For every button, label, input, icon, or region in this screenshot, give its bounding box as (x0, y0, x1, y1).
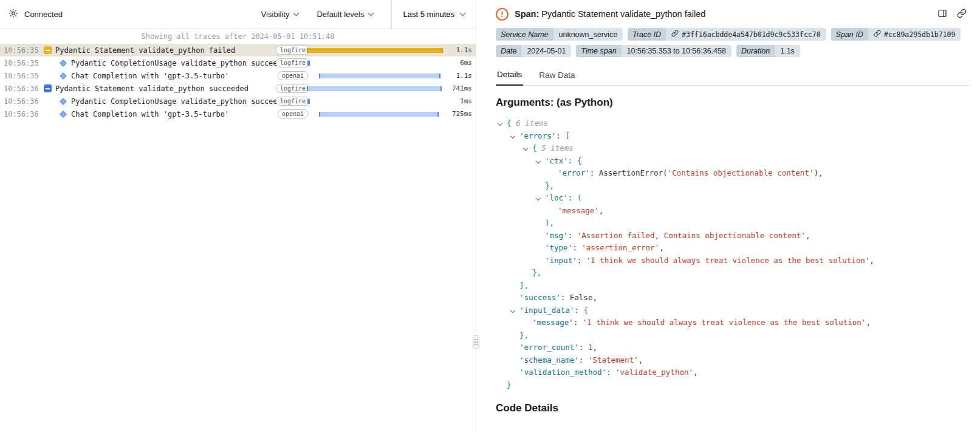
attribute-chip: Date2024-05-01 (496, 45, 571, 57)
collapse-chevron-icon[interactable] (524, 146, 531, 153)
trace-row[interactable]: 10:56:36Chat Completion with 'gpt-3.5-tu… (0, 108, 476, 120)
connection-status: Connected (24, 10, 63, 19)
trace-duration: 741ms (452, 84, 472, 92)
trace-toolbar: Connected Visibility Default levels Last… (0, 0, 476, 29)
chevron-down-icon (368, 10, 374, 16)
trace-label: Pydantic CompletionUsage validate_python… (71, 59, 279, 67)
timeline-track (307, 72, 443, 80)
scope-badge: openai (278, 71, 308, 80)
trace-label: Pydantic Statement validate_python faile… (55, 46, 235, 55)
arguments-heading: Arguments: (as Python) (496, 97, 970, 109)
code-line: { 5 items (496, 142, 970, 155)
code-line: }, (496, 329, 970, 342)
visibility-label: Visibility (261, 10, 290, 19)
chip-value: 2024-05-01 (521, 45, 571, 57)
grip-icon (475, 339, 478, 345)
timeline-bar (319, 74, 440, 78)
timeline-track (307, 60, 443, 67)
timeline-track (307, 111, 443, 118)
code-line: 'input': 'I think we should always treat… (496, 255, 970, 267)
chips-row-2: Date2024-05-01Time span10:56:35.353 to 1… (496, 45, 970, 57)
code-line: 'schema_name': 'Statement', (496, 354, 970, 367)
attribute-chip: Span ID#cc89a295db1b7109 (831, 28, 961, 41)
settings-button[interactable] (9, 9, 18, 20)
trace-timestamp: 10:56:35 (4, 72, 40, 80)
timeline-track (307, 47, 443, 54)
trace-row[interactable]: 10:56:35Pydantic CompletionUsage validat… (0, 57, 476, 69)
code-line: 'error': AssertionError('Contains object… (496, 167, 970, 180)
code-line: }, (496, 267, 970, 279)
copy-link-button[interactable] (957, 9, 967, 20)
chip-value: 10:56:35.353 to 10:56:36.458 (622, 45, 732, 57)
timeline-track (307, 98, 443, 105)
panel-layout-icon (937, 9, 947, 20)
trace-label: Chat Completion with 'gpt-3.5-turbo' (71, 110, 229, 118)
code-line: 'errors': [ (496, 130, 970, 143)
chip-label: Service Name (496, 28, 553, 41)
timeline-bar (307, 86, 442, 91)
code-line: 'validation_method': 'validate_python', (496, 366, 970, 379)
scope-badge: openai (278, 109, 308, 118)
link-icon (957, 9, 967, 20)
span-detail-panel: ! Span:Pydantic Statement validate_pytho… (486, 0, 980, 432)
collapse-chevron-icon[interactable] (511, 309, 518, 315)
trace-timestamp: 10:56:36 (4, 97, 40, 106)
code-block: { 6 items'errors': [{ 5 items'ctx': {'er… (496, 117, 970, 391)
collapse-chevron-icon[interactable] (536, 196, 544, 202)
span-diamond-icon (60, 60, 66, 66)
tab-details[interactable]: Details (496, 64, 523, 86)
timeline-bar (307, 48, 443, 53)
traces-banner: Showing all traces after 2024-05-01 10:5… (0, 29, 476, 44)
trace-duration: 725ms (452, 110, 472, 118)
code-line: 'msg': 'Assertion failed, Contains objec… (496, 230, 970, 242)
app-window: Connected Visibility Default levels Last… (0, 0, 980, 432)
trace-row[interactable]: 10:56:35Chat Completion with 'gpt-3.5-tu… (0, 69, 476, 82)
trace-row[interactable]: 10:56:36Pydantic Statement validate_pyth… (0, 82, 476, 95)
trace-duration: 6ms (460, 59, 472, 67)
panel-layout-button[interactable] (937, 9, 947, 20)
panel-divider (476, 0, 486, 432)
span-kind-label: Span: (515, 9, 539, 19)
scope-badge: logfire (276, 97, 310, 106)
timeline-bar (319, 112, 439, 117)
chevron-down-icon (460, 10, 466, 16)
code-line: 'success': False, (496, 292, 970, 304)
attribute-chip: Trace ID#3ff16acbdde4a547b01d9c9c533fcc7… (628, 28, 826, 41)
span-title-text: Pydantic Statement validate_python faile… (541, 9, 705, 19)
chip-value: unknown_service (553, 28, 623, 41)
default-levels-label: Default levels (317, 10, 364, 19)
trace-duration: 1.1s (456, 72, 473, 80)
trace-row[interactable]: 10:56:36Pydantic CompletionUsage validat… (0, 95, 476, 108)
chip-value: 1.1s (775, 45, 800, 57)
warning-circle-icon: ! (496, 8, 509, 21)
time-range-label: Last 5 minutes (403, 10, 454, 19)
collapse-chevron-icon[interactable] (498, 122, 505, 128)
visibility-dropdown[interactable]: Visibility (261, 10, 299, 19)
code-line: 'message', (496, 205, 970, 218)
trace-explorer-panel: Connected Visibility Default levels Last… (0, 0, 476, 432)
trace-row[interactable]: 10:56:35Pydantic Statement validate_pyth… (0, 44, 476, 57)
link-icon (874, 30, 881, 39)
span-detail-header: ! Span:Pydantic Statement validate_pytho… (496, 0, 970, 28)
tab-raw-data[interactable]: Raw Data (538, 64, 576, 85)
time-range-dropdown[interactable]: Last 5 minutes (391, 0, 476, 29)
trace-timestamp: 10:56:36 (4, 110, 40, 118)
chip-value: #cc89a295db1b7109 (868, 28, 961, 41)
timeline-track (307, 85, 443, 92)
code-details-heading: Code Details (496, 402, 970, 414)
span-diamond-icon (60, 111, 66, 117)
warning-level-icon (44, 46, 52, 54)
chip-value: #3ff16acbdde4a547b01d9c9c533fcc70 (666, 28, 826, 41)
collapse-chevron-icon[interactable] (536, 159, 544, 165)
default-levels-dropdown[interactable]: Default levels (317, 10, 373, 19)
trace-timestamp: 10:56:35 (4, 59, 40, 67)
info-level-icon (44, 84, 52, 92)
span-diamond-icon (60, 72, 66, 79)
chip-label: Span ID (831, 28, 868, 41)
scope-badge: logfire (276, 58, 310, 67)
chip-label: Date (496, 45, 521, 57)
collapse-chevron-icon[interactable] (511, 134, 518, 140)
trace-duration: 1ms (460, 97, 472, 105)
timeline-bar (307, 61, 310, 66)
panel-resize-handle[interactable] (473, 335, 479, 349)
